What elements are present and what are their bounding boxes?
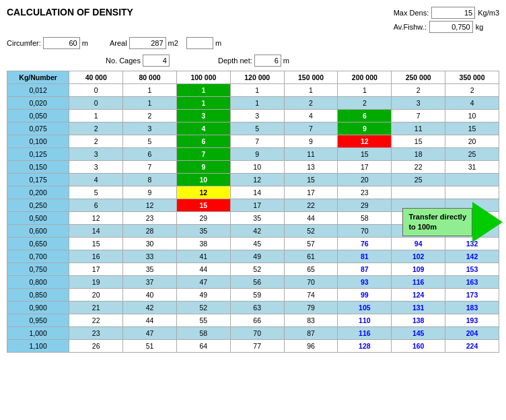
value-cell: 15: [338, 148, 392, 161]
kg-cell: 0,250: [7, 199, 69, 212]
value-cell: 40: [123, 289, 177, 302]
value-cell: 12: [338, 135, 392, 148]
value-cell: 4: [69, 174, 123, 186]
value-cell: 77: [230, 340, 284, 353]
value-cell: 45: [230, 238, 284, 250]
value-cell: 6: [338, 110, 392, 123]
value-cell: 41: [176, 250, 230, 263]
value-cell: 116: [338, 327, 392, 340]
value-cell: 105: [338, 302, 392, 314]
table-row: 0,050123346710: [7, 110, 499, 123]
max-dens-unit: Kg/m3: [478, 9, 499, 17]
value-cell: 17: [230, 199, 284, 212]
col-header-350000: 350 000: [445, 71, 499, 84]
kg-cell: 0,950: [7, 314, 69, 327]
table-row: 0,01201111122: [7, 84, 499, 97]
table-row: 0,750173544526587109153: [7, 263, 499, 276]
value-cell: 96: [284, 340, 338, 353]
value-cell: 30: [123, 238, 177, 250]
value-cell: 35: [230, 212, 284, 225]
value-cell: 145: [392, 327, 445, 340]
value-cell: 19: [69, 276, 123, 289]
value-cell: 12: [69, 212, 123, 225]
kg-cell: 0,100: [7, 135, 69, 148]
value-cell: 57: [284, 238, 338, 250]
value-cell: 193: [445, 314, 499, 327]
value-cell: 58: [176, 327, 230, 340]
value-cell: 28: [123, 225, 177, 238]
value-cell: 35: [176, 225, 230, 238]
value-cell: 81: [338, 250, 392, 263]
value-cell: 21: [69, 302, 123, 314]
col-header-150000: 150 000: [284, 71, 338, 84]
kg-cell: 0,750: [7, 263, 69, 276]
table-row: 0,175481012152025: [7, 174, 499, 186]
value-cell: 44: [123, 314, 177, 327]
value-cell: 79: [284, 302, 338, 314]
value-cell: 204: [445, 327, 499, 340]
value-cell: 9: [338, 123, 392, 135]
value-cell: 18: [392, 148, 445, 161]
value-cell: 2: [69, 123, 123, 135]
value-cell: 11: [392, 123, 445, 135]
value-cell: 142: [445, 250, 499, 263]
value-cell: 99: [338, 289, 392, 302]
value-cell: 87: [284, 327, 338, 340]
value-cell: 2: [392, 84, 445, 97]
value-cell: 22: [392, 161, 445, 174]
value-cell: 20: [445, 135, 499, 148]
value-cell: 15: [176, 199, 230, 212]
value-cell: 23: [69, 327, 123, 340]
value-cell: 52: [176, 302, 230, 314]
value-cell: 5: [69, 186, 123, 199]
value-cell: 65: [284, 263, 338, 276]
value-cell: 10: [445, 110, 499, 123]
value-cell: 29: [176, 212, 230, 225]
extra-input[interactable]: [186, 37, 213, 49]
value-cell: 56: [230, 276, 284, 289]
value-cell: 173: [445, 289, 499, 302]
value-cell: [445, 186, 499, 199]
circumfer-input[interactable]: [43, 37, 80, 49]
value-cell: 109: [392, 263, 445, 276]
page-title: CALCULATION OF DENSITY: [7, 7, 133, 18]
value-cell: 35: [123, 263, 177, 276]
value-cell: 116: [392, 276, 445, 289]
value-cell: 1: [338, 84, 392, 97]
value-cell: 44: [284, 212, 338, 225]
depth-net-unit: m: [283, 57, 289, 65]
value-cell: 16: [69, 250, 123, 263]
value-cell: 102: [392, 250, 445, 263]
av-fishw-unit: kg: [476, 23, 484, 31]
value-cell: 131: [392, 302, 445, 314]
value-cell: 37: [123, 276, 177, 289]
value-cell: 183: [445, 302, 499, 314]
value-cell: 70: [230, 327, 284, 340]
av-fishw-input[interactable]: [429, 21, 473, 33]
value-cell: 33: [123, 250, 177, 263]
no-cages-input[interactable]: [143, 55, 170, 67]
table-row: 0,850204049597499124173: [7, 289, 499, 302]
max-dens-input[interactable]: [431, 7, 475, 19]
value-cell: 23: [123, 212, 177, 225]
kg-cell: 0,600: [7, 225, 69, 238]
circumfer-unit: m: [82, 39, 88, 47]
value-cell: 7: [176, 148, 230, 161]
value-cell: 3: [69, 161, 123, 174]
value-cell: 4: [284, 110, 338, 123]
col-header-40000: 40 000: [69, 71, 123, 84]
col-header-250000: 250 000: [392, 71, 445, 84]
kg-cell: 0,650: [7, 238, 69, 250]
value-cell: 3: [392, 97, 445, 110]
value-cell: 66: [230, 314, 284, 327]
depth-net-input[interactable]: [254, 55, 281, 67]
kg-cell: 0,900: [7, 302, 69, 314]
value-cell: 2: [445, 84, 499, 97]
value-cell: 128: [338, 340, 392, 353]
table-row: 0,1503791013172231: [7, 161, 499, 174]
table-row: 0,2005912141723: [7, 186, 499, 199]
value-cell: 74: [284, 289, 338, 302]
value-cell: 61: [284, 250, 338, 263]
areal-input[interactable]: [129, 37, 166, 49]
value-cell: 3: [230, 110, 284, 123]
